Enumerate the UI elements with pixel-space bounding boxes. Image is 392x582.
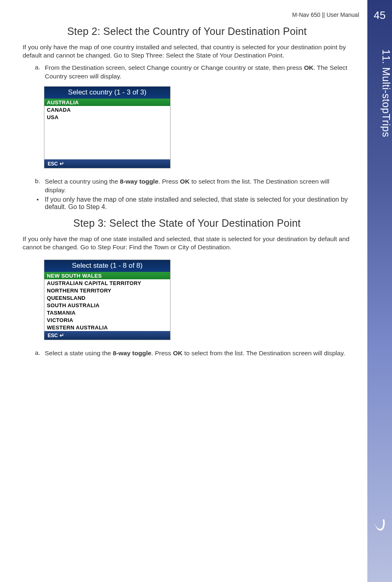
list-item: a. Select a state using the 8-way toggle… xyxy=(35,349,351,357)
list-row[interactable]: WESTERN AUSTRALIA xyxy=(44,324,170,331)
sidebar: 45 11. Multi-stopTrips xyxy=(367,0,392,582)
list-row-selected[interactable]: NEW SOUTH WALES xyxy=(44,272,170,279)
list-item: • If you only have the map of one state … xyxy=(35,196,351,211)
step2-intro: If you only have the map of one country … xyxy=(23,43,351,60)
list-row[interactable]: NORTHERN TERRITORY xyxy=(44,287,170,294)
screen-body: AUSTRALIA CANADA USA xyxy=(44,99,170,159)
sidebar-chapter-label: 11. Multi-stopTrips xyxy=(367,49,392,137)
screen-title: Select country (1 - 3 of 3) xyxy=(44,87,170,99)
enter-arrow-icon: ↵ xyxy=(60,161,64,167)
list-text: Select a country using the 8-way toggle.… xyxy=(45,177,351,194)
list-marker: a. xyxy=(35,349,45,357)
list-marker: b. xyxy=(35,177,45,194)
list-row[interactable]: QUEENSLAND xyxy=(44,294,170,301)
esc-label[interactable]: ESC xyxy=(48,161,58,167)
esc-label[interactable]: ESC xyxy=(48,333,58,338)
step3-title: Step 3: Select the State of Your Destina… xyxy=(23,217,351,229)
header-text: M-Nav 650 || User Manual xyxy=(292,12,359,18)
list-item: a. From the Destination screen, select C… xyxy=(35,64,351,81)
screen-title: Select state (1 - 8 of 8) xyxy=(44,260,170,272)
text-span: . Press xyxy=(151,350,173,357)
text-span: to select from the list. The Destination… xyxy=(182,350,345,357)
list-text: From the Destination screen, select Chan… xyxy=(45,64,351,81)
bold-text: 8-way toggle xyxy=(120,178,159,185)
bold-text: OK xyxy=(304,64,314,71)
list-row[interactable]: TASMANIA xyxy=(44,309,170,316)
bullet-marker: • xyxy=(35,196,45,211)
bold-text: OK xyxy=(173,350,182,357)
screen-footer: ESC ↵ xyxy=(44,159,170,168)
step3-intro: If you only have the map of one state in… xyxy=(23,235,351,251)
decorative-swoosh xyxy=(374,519,386,531)
list-row[interactable]: CANADA xyxy=(44,106,170,113)
bold-text: OK xyxy=(180,178,189,185)
step2-title: Step 2: Select the Country of Your Desti… xyxy=(23,25,351,37)
screen-footer: ESC ↵ xyxy=(44,331,170,340)
step3-section: Step 3: Select the State of Your Destina… xyxy=(23,217,351,358)
list-row-selected[interactable]: AUSTRALIA xyxy=(44,99,170,106)
text-span: From the Destination screen, select Chan… xyxy=(45,64,304,71)
step2-list: a. From the Destination screen, select C… xyxy=(35,64,351,81)
main-content: Step 2: Select the Country of Your Desti… xyxy=(23,25,351,359)
text-span: . Press xyxy=(159,178,180,185)
bullet-text: If you only have the map of one state in… xyxy=(45,196,351,211)
text-span: Select a state using the xyxy=(45,350,113,357)
list-marker: a. xyxy=(35,64,45,81)
text-span: Select a country using the xyxy=(45,178,120,185)
select-country-screen: Select country (1 - 3 of 3) AUSTRALIA CA… xyxy=(44,86,171,168)
list-text: Select a state using the 8-way toggle. P… xyxy=(45,349,345,357)
select-state-screen: Select state (1 - 8 of 8) NEW SOUTH WALE… xyxy=(44,260,171,340)
list-row[interactable]: AUSTRALIAN CAPITAL TERRITORY xyxy=(44,279,170,287)
enter-arrow-icon: ↵ xyxy=(60,332,64,338)
list-row[interactable]: VICTORIA xyxy=(44,316,170,324)
list-row[interactable]: USA xyxy=(44,113,170,121)
screen-body: NEW SOUTH WALES AUSTRALIAN CAPITAL TERRI… xyxy=(44,272,170,331)
bold-text: 8-way toggle xyxy=(113,350,151,357)
step2-bullet: • If you only have the map of one state … xyxy=(35,196,351,211)
list-item: b. Select a country using the 8-way togg… xyxy=(35,177,351,194)
step3-list: a. Select a state using the 8-way toggle… xyxy=(35,349,351,357)
step2-list-b: b. Select a country using the 8-way togg… xyxy=(35,177,351,194)
list-row[interactable]: SOUTH AUSTRALIA xyxy=(44,301,170,309)
page-number: 45 xyxy=(367,9,392,22)
